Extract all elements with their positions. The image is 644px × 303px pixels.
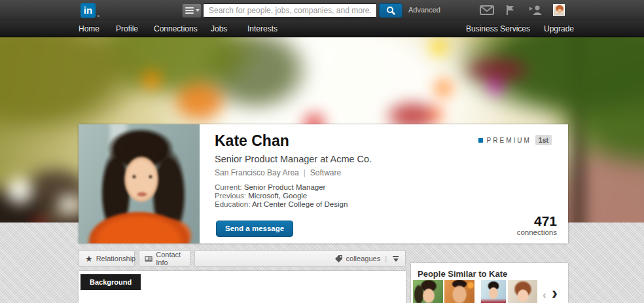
search-button[interactable] [379, 3, 402, 18]
profile-name: Kate Chan [215, 132, 289, 150]
relationship-label: Relationship [96, 255, 136, 262]
premium-label: PREMIUM [487, 137, 531, 144]
connections-block: 471 connections [517, 214, 557, 236]
current-label: Current: [215, 183, 242, 191]
similar-person-avatar-4[interactable] [508, 280, 537, 303]
add-connection-icon[interactable] [528, 5, 543, 16]
premium-icon [478, 138, 483, 143]
nav-bar: Home Profile Connections Jobs Interests … [0, 20, 644, 37]
linkedin-profile-page: in Advanced Home [0, 0, 644, 303]
profile-card: Kate Chan Senior Product Manager at Acme… [79, 124, 568, 243]
nav-item-interests[interactable]: Interests [247, 20, 277, 37]
search-input[interactable] [203, 3, 377, 18]
collapse-icon-arrow [393, 258, 399, 262]
people-similar-card: People Similar to Kate ‹ › [411, 263, 568, 303]
detail-current: Current: Senior Product Manager [215, 183, 348, 192]
nav-item-business-services[interactable]: Business Services [466, 20, 530, 37]
profile-photo[interactable] [79, 124, 200, 243]
relationship-tab[interactable]: ★ Relationship [79, 250, 135, 267]
profile-industry[interactable]: Software [310, 168, 341, 177]
previous-label: Previous: [215, 192, 246, 200]
send-message-button[interactable]: Send a message [216, 221, 293, 237]
degree-badge: 1st [535, 135, 552, 145]
similar-person-avatar-1[interactable] [413, 280, 443, 303]
top-bar: in Advanced [0, 0, 644, 20]
similar-person-avatar-3[interactable] [481, 280, 506, 303]
detail-education: Education: Art Center College of Design [215, 200, 348, 209]
portrait-image [79, 124, 200, 243]
collapse-icon [393, 256, 399, 257]
background-section-tab[interactable]: Background [80, 274, 141, 290]
mail-icon[interactable] [480, 5, 494, 15]
chevron-down-icon [196, 9, 200, 12]
meta-divider: | [304, 168, 306, 177]
contact-info-tab[interactable]: Contact Info [139, 250, 190, 267]
toolbar-divider: | [385, 255, 387, 262]
profile-location[interactable]: San Francisco Bay Area [215, 168, 299, 177]
people-similar-title: People Similar to Kate [418, 269, 507, 279]
hamburger-icon [185, 6, 194, 15]
education-label: Education: [215, 200, 250, 208]
carousel-prev-button[interactable]: ‹ [543, 289, 546, 300]
profile-headline: Senior Product Manager at Acme Co. [215, 154, 372, 164]
carousel-next-button[interactable]: › [552, 285, 558, 302]
collapse-button[interactable] [391, 255, 400, 263]
flag-icon[interactable] [505, 5, 516, 16]
profile-details: Current: Senior Product Manager Previous… [215, 183, 348, 209]
similar-person-avatar-2[interactable] [444, 280, 474, 303]
contact-info-label: Contact Info [156, 251, 190, 266]
background-section-panel: Background [79, 271, 406, 303]
logo-trademark-dot [98, 15, 99, 17]
education-value[interactable]: Art Center College of Design [252, 200, 348, 208]
nav-item-profile[interactable]: Profile [116, 20, 138, 37]
notes-tags-bar: colleagues | [194, 250, 406, 267]
connections-count: 471 [517, 214, 557, 228]
tag-icon [334, 255, 343, 263]
search-icon [386, 6, 396, 16]
connections-label: connections [517, 228, 557, 236]
advanced-search-link[interactable]: Advanced [408, 6, 440, 14]
search-category-dropdown[interactable] [182, 3, 202, 18]
nav-item-upgrade[interactable]: Upgrade [544, 20, 574, 37]
tag-label: colleagues [346, 255, 381, 262]
detail-previous: Previous: Microsoft, Google [215, 192, 348, 200]
current-value[interactable]: Senior Product Manager [244, 183, 326, 191]
nav-item-connections[interactable]: Connections [154, 20, 198, 37]
star-icon: ★ [85, 255, 93, 263]
linkedin-logo[interactable]: in [80, 3, 96, 18]
nav-item-home[interactable]: Home [79, 20, 99, 37]
previous-value[interactable]: Microsoft, Google [248, 192, 307, 200]
premium-badge: PREMIUM 1st [478, 135, 552, 145]
profile-meta: San Francisco Bay Area|Software [215, 168, 341, 177]
nav-item-jobs[interactable]: Jobs [211, 20, 227, 37]
account-avatar[interactable] [553, 4, 565, 16]
tag-button[interactable]: colleagues [334, 255, 381, 263]
contact-card-icon [145, 255, 152, 262]
